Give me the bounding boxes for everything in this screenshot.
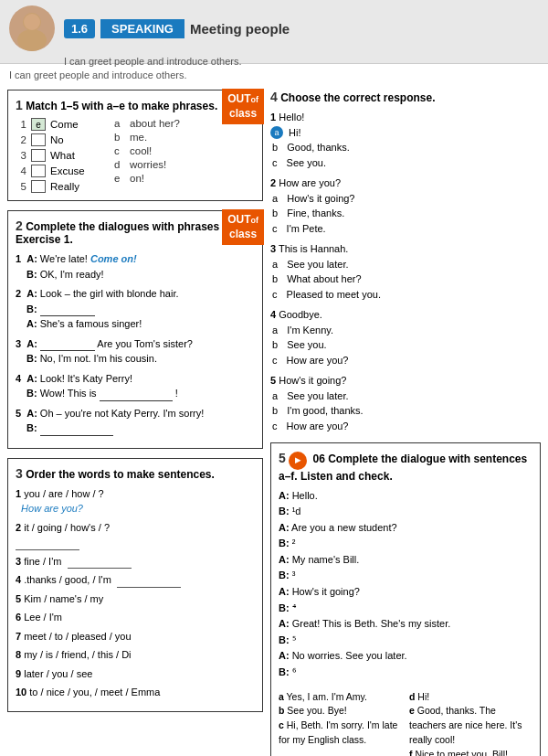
list-item: 2 No [16, 133, 96, 146]
avatar [9, 5, 55, 51]
exercise-3-box: 3 Order the words to make sentences. 1 y… [7, 458, 263, 712]
list-item: 8 my / is / friend, / this / Di [16, 647, 255, 663]
left-column: OUTofclass 1 Match 1–5 with a–e to make … [7, 90, 263, 756]
match-table: 1 e Come 2 No 3 [16, 118, 255, 193]
list-item: A: Hello. [279, 488, 532, 505]
list-item: b See you. Bye! [279, 704, 402, 719]
list-item: 5 How's it going? a See you later. b I'm… [270, 373, 541, 433]
list-item: 1 you / are / how / ? How are you? [16, 486, 255, 516]
list-item: A: Are you a new student? [279, 520, 532, 537]
list-item: 2 it / going / how's / ? [16, 520, 255, 550]
exercise-5-box: 5 ▶ 06 Complete the dialogue with senten… [270, 442, 541, 756]
list-item: B: ³ [279, 568, 532, 584]
list-item: A: How's it going? [279, 584, 532, 601]
out-of-class-badge-1: OUTofclass [222, 89, 264, 124]
header-title: Meeting people [190, 21, 290, 37]
list-item: d Hi! [409, 690, 532, 705]
list-item: d worries! [114, 159, 180, 170]
list-item: B: ² [279, 536, 532, 552]
header-subtitle: I can greet people and introduce others. [64, 56, 241, 67]
sentences-col-1: a Yes, I am. I'm Amy. b See you. Bye! c … [279, 690, 402, 756]
list-item: 3 What [16, 149, 96, 162]
exercise-1: OUTofclass 1 Match 1–5 with a–e to make … [7, 90, 263, 201]
right-column: 4 Choose the correct response. 1 Hello! … [270, 90, 541, 756]
exercise-4-title: 4 Choose the correct response. [270, 90, 541, 104]
list-item: 3 fine / I'm [16, 554, 255, 570]
list-item: 3 A: Are you Tom's sister? B: No, I'm no… [16, 336, 255, 367]
audio-badge[interactable]: ▶ [289, 452, 307, 470]
sentences-col-2: d Hi! e Good, thanks. The teachers are n… [409, 690, 532, 756]
out-of-class-badge-2: OUTofclass [222, 209, 264, 245]
section-label: SPEAKING [100, 19, 184, 38]
list-item: B: ¹d [279, 504, 532, 520]
list-item: 4 Goodbye. a I'm Kenny. b See you. c How… [270, 307, 541, 367]
list-item: 6 Lee / I'm [16, 610, 255, 625]
list-item: 2 How are you? a How's it going? b Fine,… [270, 176, 541, 236]
list-item: 1 e Come [16, 118, 96, 131]
exercise-1-title: 1 Match 1–5 with a–e to make phrases. [16, 98, 255, 112]
list-item: 5 A: Oh – you're not Katy Perry. I'm sor… [16, 406, 255, 436]
list-item: e Good, thanks. The teachers are nice he… [409, 704, 532, 747]
list-item: 7 meet / to / pleased / you [16, 629, 255, 644]
list-item: c Hi, Beth. I'm sorry. I'm late for my E… [279, 719, 402, 748]
list-item: 4 A: Look! It's Katy Perry! B: Wow! This… [16, 371, 255, 401]
svg-point-1 [17, 29, 47, 51]
list-item: c cool! [114, 145, 180, 156]
exercise-2: OUTofclass 2 Complete the dialogues with… [7, 210, 263, 449]
list-item: f Nice to meet you, Bill! [409, 748, 532, 756]
match-left: 1 e Come 2 No 3 [16, 118, 96, 193]
list-item: 2 A: Look – the girl with blonde hair. B… [16, 286, 255, 332]
exercise-3-title: 3 Order the words to make sentences. [16, 466, 255, 481]
exercise-5-title: 5 ▶ 06 Complete the dialogue with senten… [279, 451, 532, 483]
list-item: e on! [114, 173, 180, 184]
list-item: A: Great! This is Beth. She's my sister. [279, 616, 532, 633]
list-item: 3 This is Hannah. a See you later. b Wha… [270, 241, 541, 302]
order-list: 1 you / are / how / ? How are you? 2 it … [16, 486, 255, 700]
exercise-3: 3 Order the words to make sentences. 1 y… [7, 458, 263, 712]
list-item: 5 Kim / name's / my [16, 591, 255, 607]
list-item: a about her? [114, 118, 180, 129]
header: 1.6 SPEAKING Meeting people I can greet … [0, 0, 548, 57]
list-item: 5 Really [16, 180, 96, 193]
exercise-5: 5 ▶ 06 Complete the dialogue with senten… [270, 442, 541, 756]
list-item: B: ⁵ [279, 633, 532, 649]
exercise-2-title: 2 Complete the dialogues with phrases fr… [16, 218, 255, 246]
list-item: B: ⁶ [279, 665, 532, 681]
list-item: 1 A: We're late! Come on! B: OK, I'm rea… [16, 251, 255, 282]
choose-list: 1 Hello! a Hi! b Good, thanks. c See you… [270, 110, 541, 433]
lesson-badge: 1.6 [64, 19, 95, 38]
list-item: A: My name's Bill. [279, 552, 532, 569]
list-item: 1 Hello! a Hi! b Good, thanks. c See you… [270, 110, 541, 170]
list-item: B: ⁴ [279, 601, 532, 617]
exercise-2-box: OUTofclass 2 Complete the dialogues with… [7, 210, 263, 449]
dialogue-5: A: Hello. B: ¹d A: Are you a new student… [279, 488, 532, 681]
list-item: 4 .thanks / good, / I'm [16, 572, 255, 588]
list-item: b me. [114, 132, 180, 143]
list-item: A: No worries. See you later. [279, 648, 532, 665]
svg-point-2 [24, 14, 40, 30]
list-item: 9 later / you / see [16, 666, 255, 682]
list-item: a Yes, I am. I'm Amy. [279, 690, 402, 705]
page: 1.6 SPEAKING Meeting people I can greet … [0, 0, 548, 756]
list-item: 10 to / nice / you, / meet / Emma [16, 685, 255, 700]
list-item: 4 Excuse [16, 165, 96, 177]
exercise-4: 4 Choose the correct response. 1 Hello! … [270, 90, 541, 433]
dialogue-list: 1 A: We're late! Come on! B: OK, I'm rea… [16, 251, 255, 436]
match-right: a about her? b me. c cool! [114, 118, 180, 193]
exercise-1-box: OUTofclass 1 Match 1–5 with a–e to make … [7, 90, 263, 201]
sentences-section: a Yes, I am. I'm Amy. b See you. Bye! c … [279, 687, 532, 756]
